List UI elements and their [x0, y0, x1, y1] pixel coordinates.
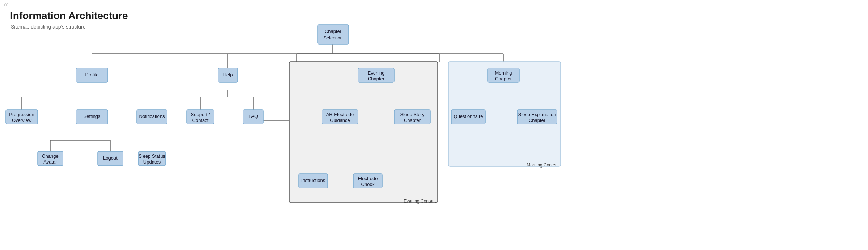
sleep-status-label1: Sleep Status: [139, 153, 165, 159]
settings-label: Settings: [84, 114, 101, 119]
ar-electrode-label2: Guidance: [330, 118, 350, 123]
sleep-explanation-label2: Chapter: [529, 118, 546, 123]
instructions-label: Instructions: [301, 178, 326, 183]
questionnaire-label: Questionnaire: [454, 114, 483, 119]
profile-label: Profile: [85, 72, 99, 77]
electrode-check-label2: Check: [361, 182, 375, 187]
watermark: W: [4, 2, 8, 7]
chapter-selection-label2: Selection: [323, 35, 342, 41]
evening-chapter-label1: Evening: [368, 70, 385, 76]
evening-chapter-label2: Chapter: [368, 76, 385, 81]
faq-label: FAQ: [248, 114, 258, 119]
sleep-story-label1: Sleep Story: [400, 112, 425, 117]
progression-overview-label2: Overview: [12, 118, 32, 123]
electrode-check-label1: Electrode: [358, 176, 378, 181]
help-label: Help: [223, 72, 233, 77]
progression-overview-label1: Progression: [9, 112, 34, 117]
sleep-status-label2: Updates: [143, 159, 161, 165]
sleep-story-label2: Chapter: [404, 118, 421, 123]
support-contact-label2: Contact: [192, 118, 209, 123]
sleep-explanation-label1: Sleep Explanation: [518, 112, 556, 117]
ar-electrode-label1: AR Electrode: [326, 112, 354, 117]
support-contact-label1: Support /: [191, 112, 210, 117]
chapter-selection-box[interactable]: [318, 25, 349, 44]
morning-chapter-label2: Chapter: [495, 76, 512, 81]
change-avatar-label2: Avatar: [43, 159, 57, 165]
notifications-label: Notifications: [139, 114, 165, 119]
morning-content-label: Morning Content: [527, 162, 559, 168]
evening-content-label: Evening Content: [404, 199, 436, 204]
logout-label: Logout: [103, 155, 118, 161]
change-avatar-label1: Change: [42, 153, 59, 159]
morning-chapter-label1: Morning: [495, 70, 512, 76]
chapter-selection-label1: Chapter: [325, 29, 342, 34]
